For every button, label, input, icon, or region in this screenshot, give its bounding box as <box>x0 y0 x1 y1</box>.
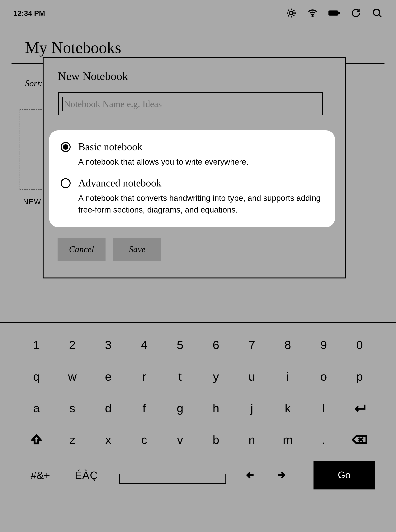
key-y[interactable]: y <box>201 366 231 387</box>
status-time: 12:34 PM <box>13 9 45 18</box>
key-arrow-right[interactable] <box>269 464 294 486</box>
key-2[interactable]: 2 <box>57 334 88 355</box>
cancel-button[interactable]: Cancel <box>58 238 105 261</box>
option-desc: A notebook that allows you to write ever… <box>78 156 323 168</box>
key-4[interactable]: 4 <box>129 334 159 355</box>
key-e[interactable]: e <box>93 366 123 387</box>
status-icons <box>286 8 383 19</box>
key-space[interactable] <box>113 466 232 484</box>
key-i[interactable]: i <box>273 366 303 387</box>
key-period[interactable]: . <box>308 429 339 450</box>
keyboard-row-4: z x c v b n m . <box>21 429 375 450</box>
battery-icon[interactable] <box>328 8 340 19</box>
svg-line-8 <box>294 10 295 11</box>
save-button[interactable]: Save <box>113 238 161 261</box>
key-arrow-left[interactable] <box>238 464 263 486</box>
key-r[interactable]: r <box>129 366 159 387</box>
radio-unselected-icon <box>61 178 71 188</box>
brightness-icon[interactable] <box>286 8 297 19</box>
key-q[interactable]: q <box>21 366 52 387</box>
key-accents[interactable]: ÉÀÇ <box>65 464 107 486</box>
key-p[interactable]: p <box>344 366 375 387</box>
key-c[interactable]: c <box>129 429 159 450</box>
radio-selected-icon <box>61 142 71 152</box>
on-screen-keyboard: 1 2 3 4 5 6 7 8 9 0 q w e r t y u i o p … <box>0 322 396 532</box>
input-placeholder: Notebook Name e.g. Ideas <box>64 99 162 109</box>
keyboard-row-3: a s d f g h j k l <box>21 397 375 419</box>
key-3[interactable]: 3 <box>93 334 123 355</box>
option-title: Basic notebook <box>78 141 323 153</box>
new-notebook-label: NEW <box>23 198 41 206</box>
key-v[interactable]: v <box>165 429 195 450</box>
key-8[interactable]: 8 <box>273 334 303 355</box>
key-symbols[interactable]: #&+ <box>21 464 59 486</box>
key-9[interactable]: 9 <box>308 334 339 355</box>
key-l[interactable]: l <box>308 397 339 419</box>
key-z[interactable]: z <box>57 429 88 450</box>
svg-point-0 <box>290 11 293 15</box>
sort-label[interactable]: Sort: <box>25 78 43 88</box>
svg-line-14 <box>379 15 381 17</box>
keyboard-row-5: #&+ ÉÀÇ Go <box>21 461 375 489</box>
key-j[interactable]: j <box>237 397 267 419</box>
svg-line-6 <box>294 15 295 16</box>
svg-rect-12 <box>338 12 339 14</box>
key-b[interactable]: b <box>201 429 231 450</box>
svg-rect-11 <box>330 12 337 14</box>
text-cursor <box>62 97 63 111</box>
spacebar-glyph <box>119 474 226 484</box>
key-u[interactable]: u <box>237 366 267 387</box>
wifi-icon[interactable] <box>307 8 318 19</box>
key-t[interactable]: t <box>165 366 195 387</box>
svg-line-7 <box>288 15 289 16</box>
option-advanced-notebook[interactable]: Advanced notebook A notebook that conver… <box>61 177 323 216</box>
page-header: My Notebooks <box>25 38 371 57</box>
notebook-name-input[interactable]: Notebook Name e.g. Ideas <box>58 92 323 115</box>
key-s[interactable]: s <box>57 397 88 419</box>
status-bar: 12:34 PM <box>0 0 396 27</box>
svg-line-5 <box>288 10 289 11</box>
notebook-type-options: Basic notebook A notebook that allows yo… <box>49 130 335 227</box>
key-m[interactable]: m <box>273 429 303 450</box>
key-o[interactable]: o <box>308 366 339 387</box>
option-desc: A notebook that converts handwriting int… <box>78 192 323 216</box>
page-title: My Notebooks <box>25 38 371 57</box>
option-title: Advanced notebook <box>78 177 323 189</box>
keyboard-row-1: 1 2 3 4 5 6 7 8 9 0 <box>21 334 375 355</box>
key-d[interactable]: d <box>93 397 123 419</box>
key-k[interactable]: k <box>273 397 303 419</box>
key-h[interactable]: h <box>201 397 231 419</box>
search-icon[interactable] <box>372 8 383 19</box>
keyboard-row-2: q w e r t y u i o p <box>21 366 375 387</box>
key-shift[interactable] <box>21 429 52 450</box>
key-6[interactable]: 6 <box>201 334 231 355</box>
key-0[interactable]: 0 <box>344 334 375 355</box>
key-a[interactable]: a <box>21 397 52 419</box>
dialog-title: New Notebook <box>58 70 330 83</box>
key-7[interactable]: 7 <box>237 334 267 355</box>
sync-icon[interactable] <box>350 8 361 19</box>
key-x[interactable]: x <box>93 429 123 450</box>
dialog-buttons: Cancel Save <box>58 238 161 261</box>
key-enter[interactable] <box>344 397 375 419</box>
option-basic-notebook[interactable]: Basic notebook A notebook that allows yo… <box>61 141 323 168</box>
key-w[interactable]: w <box>57 366 88 387</box>
svg-point-13 <box>373 9 380 16</box>
key-go[interactable]: Go <box>314 461 375 489</box>
svg-point-9 <box>312 16 313 17</box>
key-g[interactable]: g <box>165 397 195 419</box>
key-f[interactable]: f <box>129 397 159 419</box>
key-1[interactable]: 1 <box>21 334 52 355</box>
key-backspace[interactable] <box>344 429 375 450</box>
key-n[interactable]: n <box>237 429 267 450</box>
key-5[interactable]: 5 <box>165 334 195 355</box>
